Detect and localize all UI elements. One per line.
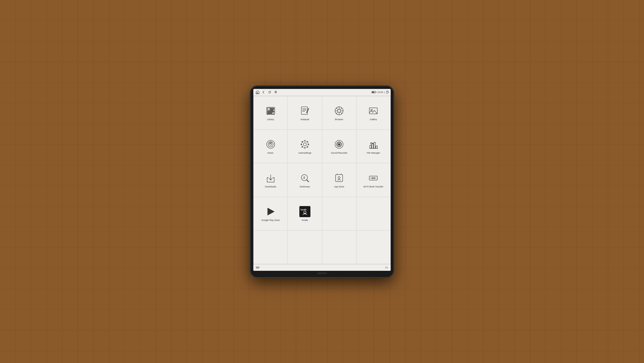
svg-line-24 — [306, 112, 307, 113]
back-icon[interactable] — [261, 90, 266, 94]
svg-rect-8 — [386, 91, 388, 93]
svg-point-36 — [371, 109, 372, 111]
svg-line-32 — [340, 112, 342, 114]
time-display: 15:55 — [377, 91, 383, 93]
library-icon — [265, 105, 277, 117]
svg-marker-66 — [268, 208, 274, 215]
battery-icon — [372, 91, 376, 93]
dictionary-icon: A — [299, 172, 311, 184]
svg-point-40 — [269, 143, 270, 144]
soundrecorder-icon — [333, 138, 345, 150]
notepad-label: Notepad — [301, 118, 309, 121]
svg-line-5 — [275, 91, 275, 91]
app-notepad[interactable]: Notepad — [288, 96, 322, 130]
refresh-icon[interactable] — [267, 90, 272, 94]
svg-rect-10 — [267, 108, 270, 110]
status-right: 15:55 | — [372, 91, 389, 94]
home-icon[interactable] — [255, 90, 260, 94]
browser-label: Browser — [335, 118, 343, 121]
empty-cell-1 — [322, 197, 356, 230]
app-downloads[interactable]: Downloads — [254, 163, 288, 197]
svg-rect-0 — [257, 93, 258, 94]
svg-point-38 — [268, 142, 273, 147]
app-wifibooktransfer[interactable]: Wi-Fi Book Transfer — [356, 163, 391, 197]
kindle-icon: kindle — [299, 206, 311, 218]
svg-text:kindle: kindle — [301, 208, 307, 211]
tablet-device: 15:55 | — [250, 86, 394, 277]
svg-rect-51 — [376, 146, 377, 148]
googleplay-icon — [265, 206, 277, 218]
notepad-icon — [299, 105, 311, 117]
svg-rect-49 — [372, 144, 373, 148]
svg-point-26 — [338, 109, 341, 112]
svg-point-37 — [267, 140, 275, 148]
empty-cell-4 — [288, 230, 322, 264]
app-library[interactable]: Library — [254, 96, 288, 130]
gallery-label: Gallery — [370, 118, 377, 121]
gallery-icon — [367, 105, 379, 117]
downloads-icon — [265, 172, 277, 184]
app-grid: Library Notepad — [253, 96, 391, 264]
svg-rect-15 — [267, 112, 274, 112]
svg-line-34 — [336, 112, 338, 114]
downloads-label: Downloads — [265, 185, 276, 188]
empty-cell-2 — [356, 197, 391, 230]
wifibooktransfer-icon — [367, 172, 379, 184]
kindle-label: Kindle — [302, 219, 308, 222]
app-music[interactable]: Music — [254, 130, 288, 163]
svg-point-46 — [338, 143, 340, 145]
filemanager-label: File Manager — [367, 152, 380, 154]
nav-icons — [255, 90, 278, 94]
svg-point-41 — [271, 143, 271, 143]
wifibooktransfer-label: Wi-Fi Book Transfer — [364, 185, 384, 188]
separator: | — [384, 91, 385, 93]
svg-rect-14 — [267, 111, 274, 111]
svg-rect-13 — [270, 110, 273, 111]
filemanager-icon — [367, 138, 379, 150]
app-appstore[interactable]: App Store — [322, 163, 356, 197]
app-kindle[interactable]: kindle Kindle — [288, 197, 322, 230]
svg-rect-11 — [270, 108, 274, 109]
svg-text:A: A — [303, 176, 305, 180]
svg-point-53 — [371, 143, 372, 144]
svg-point-42 — [303, 143, 306, 146]
svg-rect-35 — [369, 108, 377, 114]
svg-rect-61 — [336, 175, 343, 182]
app-browser[interactable]: Browser — [322, 96, 356, 130]
app-filemanager[interactable]: File Manager — [356, 130, 391, 163]
usersettings-label: UserSettings — [298, 152, 311, 154]
empty-cell-5 — [322, 230, 356, 264]
svg-rect-50 — [374, 142, 375, 148]
page-indicator: 1/1 — [385, 266, 388, 269]
settings-icon — [299, 138, 311, 150]
app-usersettings[interactable]: UserSettings — [288, 130, 322, 163]
appstore-label: App Store — [334, 185, 344, 188]
svg-point-62 — [338, 177, 340, 179]
copy-icon — [386, 91, 389, 94]
library-label: Library — [267, 118, 274, 121]
status-bar: 15:55 | — [253, 89, 391, 96]
app-soundrecorder[interactable]: Sound Recorder — [322, 130, 356, 163]
empty-cell-6 — [356, 230, 391, 264]
menu-button[interactable] — [256, 267, 259, 269]
music-label: Music — [268, 152, 274, 154]
app-googleplaystore[interactable]: Google Play Store — [254, 197, 288, 230]
browser-icon — [333, 105, 345, 117]
svg-rect-16 — [267, 113, 272, 113]
home-button[interactable] — [317, 272, 327, 274]
soundrecorder-label: Sound Recorder — [331, 152, 347, 154]
svg-rect-48 — [370, 145, 371, 148]
googleplaystore-label: Google Play Store — [261, 219, 280, 222]
app-dictionary[interactable]: A Dictionary — [288, 163, 322, 197]
svg-rect-20 — [301, 107, 307, 114]
appstore-icon — [333, 172, 345, 184]
bottom-bar: 1/1 — [253, 264, 391, 271]
svg-rect-12 — [270, 109, 274, 110]
dictionary-label: Dictionary — [300, 185, 310, 188]
app-gallery[interactable]: Gallery — [356, 96, 391, 130]
svg-line-6 — [277, 91, 277, 91]
light-icon[interactable] — [273, 90, 278, 94]
empty-cell-3 — [254, 230, 288, 264]
svg-line-60 — [307, 180, 309, 182]
tablet-screen: 15:55 | — [253, 89, 391, 271]
